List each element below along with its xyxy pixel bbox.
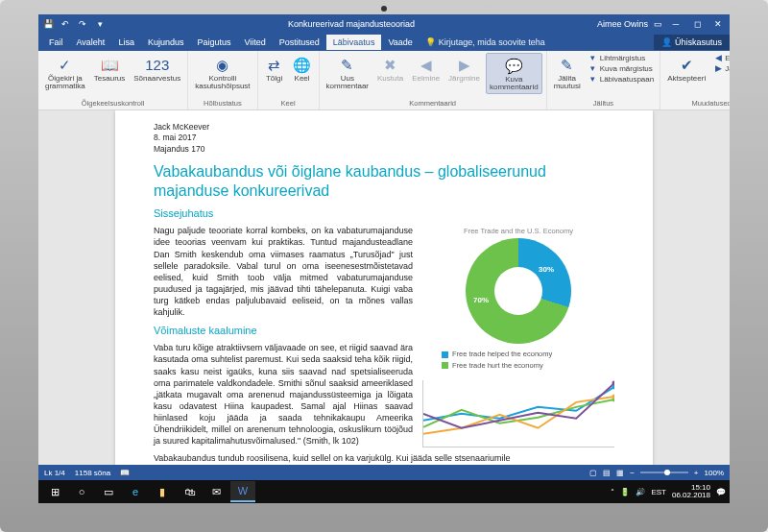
wordcount-icon: 123 <box>148 55 167 74</box>
ribbon-group-keel: ⇄Tõlgi🌐KeelKeel <box>258 51 320 109</box>
ribbon-group-label: Õigekeelsuskontroll <box>42 98 183 108</box>
swatch-green <box>442 362 448 369</box>
ribbon-row-label: Järgmine <box>725 64 730 73</box>
next-comment-label: Järgmine <box>448 75 480 83</box>
tab-viited[interactable]: Viited <box>237 35 272 50</box>
volume-icon[interactable]: 🔊 <box>636 488 645 496</box>
edge-icon[interactable]: e <box>123 481 148 502</box>
view-print-icon[interactable]: ▤ <box>603 469 611 477</box>
tab-lisa[interactable]: Lisa <box>111 35 141 50</box>
spellcheck-button[interactable]: ✓Õigekiri ja grammatika <box>42 53 88 92</box>
maximize-button[interactable]: ◻ <box>689 19 705 29</box>
word-count[interactable]: 1158 sõna <box>75 469 110 477</box>
wordcount-button[interactable]: 123Sõnaarvestus <box>131 53 183 85</box>
donut-chart: 30% 70% <box>466 238 571 344</box>
titlebar: 💾 ↶ ↷ ▾ Konkureerivad majandusteooriad A… <box>38 14 730 34</box>
ribbon-options-icon[interactable]: ▭ <box>654 19 662 29</box>
view-web-icon[interactable]: ▦ <box>616 469 624 477</box>
paragraph-3: Vabakaubandus tundub roosilisena, kuid s… <box>154 452 614 464</box>
tab-postitused[interactable]: Postitused <box>273 35 326 50</box>
chart-title: Free Trade and the U.S. Economy <box>422 227 614 236</box>
translate-label: Tõlgi <box>266 75 282 83</box>
search-icon[interactable]: ○ <box>69 481 94 502</box>
track-changes-button[interactable]: ✎Jälita muutusi <box>551 53 584 92</box>
tab-paigutus[interactable]: Paigutus <box>190 35 237 50</box>
task-view-icon[interactable]: ▭ <box>96 481 121 502</box>
store-icon[interactable]: 🛍 <box>177 481 202 502</box>
document-area[interactable]: Jack McKeever 8. mai 2017 Majandus 170 V… <box>38 110 730 465</box>
tab-kujundus[interactable]: Kujundus <box>141 35 191 50</box>
accessibility-label: Kontrolli kasutushõlpsust <box>195 75 250 90</box>
chevron-down-icon: ▾ <box>588 53 598 62</box>
ribbon-row-eelmine[interactable]: ◀Eelmine <box>711 53 730 62</box>
user-name[interactable]: Aimee Owins <box>597 19 648 29</box>
explorer-icon[interactable]: ▮ <box>150 481 175 502</box>
page: Jack McKeever 8. mai 2017 Majandus 170 V… <box>115 110 653 465</box>
ribbon-tabs: Fail Avaleht Lisa Kujundus Paigutus Viit… <box>38 34 730 51</box>
language-icon: 🌐 <box>293 55 312 74</box>
prev-comment-label: Eelmine <box>412 75 440 83</box>
word-icon[interactable]: W <box>230 481 255 502</box>
ribbon-row-kuva-märgistus[interactable]: ▾Kuva märgistus <box>587 63 657 73</box>
redo-icon[interactable]: ↷ <box>77 18 88 30</box>
minimize-button[interactable]: ─ <box>668 19 684 29</box>
thesaurus-button[interactable]: 📖Tesaurus <box>91 53 128 85</box>
delete-comment-icon: ✖ <box>381 55 400 74</box>
swatch-blue <box>442 351 448 358</box>
donut-pct-b: 70% <box>473 296 489 306</box>
spellcheck-status-icon[interactable]: 📖 <box>120 469 130 477</box>
doc-course: Majandus 170 <box>154 144 614 155</box>
zoom-level[interactable]: 100% <box>705 469 724 477</box>
ribbon-row-lihtmärgistus[interactable]: ▾Lihtmärgistus <box>587 53 657 62</box>
tab-vaade[interactable]: Vaade <box>381 35 419 50</box>
accept-label: Aktsepteeri <box>667 75 706 83</box>
zoom-in-icon[interactable]: + <box>694 469 699 477</box>
new-comment-label: Uus kommentaar <box>326 75 369 90</box>
translate-icon: ⇄ <box>265 55 284 74</box>
show-comments-button[interactable]: 💬Kuva kommentaarid <box>486 53 542 94</box>
accessibility-button[interactable]: ◉Kontrolli kasutushõlpsust <box>192 53 252 92</box>
battery-icon[interactable]: 🔋 <box>620 488 630 496</box>
ribbon-group-hõlbustatus: ◉Kontrolli kasutushõlpsustHõlbustatus <box>188 51 257 109</box>
tray-up-icon[interactable]: ˄ <box>611 488 614 496</box>
undo-icon[interactable]: ↶ <box>60 18 71 30</box>
chevron-down-icon: ◀ <box>713 53 723 62</box>
new-comment-button[interactable]: ✎Uus kommentaar <box>324 53 372 92</box>
ribbon-group-label: Kommentaarid <box>324 98 542 108</box>
tell-me-search[interactable]: 💡 Kirjutage, mida soovite teha <box>425 37 545 47</box>
qat-dropdown-icon[interactable]: ▾ <box>94 18 106 30</box>
legend-label-1: Free trade helped the economy <box>452 350 552 359</box>
chevron-down-icon: ▾ <box>588 74 598 84</box>
tab-avaleht[interactable]: Avaleht <box>70 35 112 50</box>
ribbon-row-järgmine[interactable]: ▶Järgmine <box>711 63 730 73</box>
zoom-out-icon[interactable]: − <box>630 469 635 477</box>
ribbon-body: ✓Õigekiri ja grammatika📖Tesaurus123Sõnaa… <box>38 51 730 110</box>
tab-fail[interactable]: Fail <box>42 35 70 50</box>
new-comment-icon: ✎ <box>338 55 357 74</box>
next-comment-button: ▶Järgmine <box>445 53 483 85</box>
start-button[interactable]: ⊞ <box>42 481 67 502</box>
view-read-icon[interactable]: ▢ <box>589 469 597 477</box>
clock[interactable]: 15:10 06.02.2018 <box>672 484 710 499</box>
accept-button[interactable]: ✔Aktsepteeri <box>664 53 708 85</box>
share-button[interactable]: 👤 Ühiskasutus <box>654 35 730 50</box>
ribbon-row-läbivaatuspaan[interactable]: ▾Läbivaatuspaan <box>587 74 657 84</box>
ribbon-group-label: Muudatused <box>664 98 730 108</box>
page-indicator[interactable]: Lk 1/4 <box>44 469 65 477</box>
statusbar: Lk 1/4 1158 sõna 📖 ▢ ▤ ▦ − + 100% <box>38 465 730 480</box>
tab-labivaatus[interactable]: Läbivaatus <box>326 35 382 50</box>
language-button[interactable]: 🌐Keel <box>290 53 315 85</box>
close-button[interactable]: ✕ <box>710 19 726 29</box>
line-chart <box>422 380 614 447</box>
show-comments-icon: 💬 <box>504 56 523 75</box>
notifications-icon[interactable]: 💬 <box>716 488 726 496</box>
doc-title: Vabakaubandus või õiglane kaubandus – gl… <box>154 162 614 201</box>
mail-icon[interactable]: ✉ <box>204 481 228 502</box>
taskbar: ⊞ ○ ▭ e ▮ 🛍 ✉ W ˄ 🔋 🔊 EST 15:10 06.02.20… <box>38 480 730 503</box>
save-icon[interactable]: 💾 <box>42 18 54 30</box>
translate-button[interactable]: ⇄Tõlgi <box>262 53 287 85</box>
zoom-slider[interactable] <box>640 472 688 473</box>
ribbon-group-muudatused: ✔Aktsepteeri◀Eelmine▶JärgmineMuudatused <box>660 51 730 109</box>
lang-indicator[interactable]: EST <box>651 488 666 496</box>
delete-comment-button: ✖Kustuta <box>374 53 406 85</box>
